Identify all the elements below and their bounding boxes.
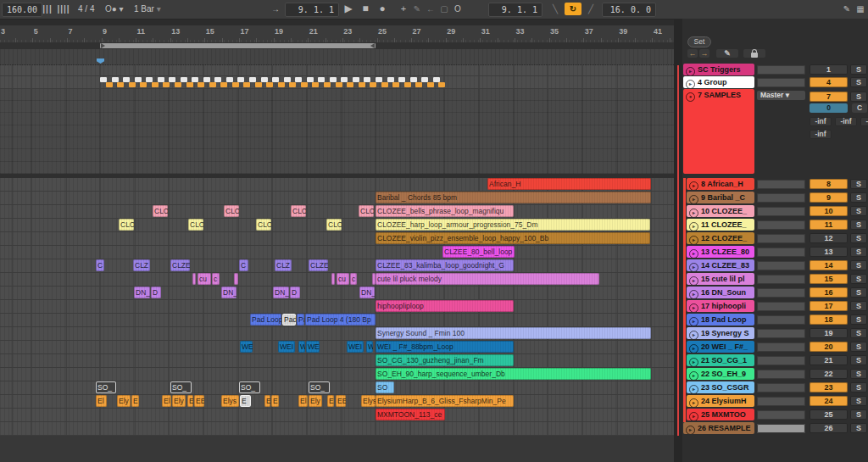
track-name-cell[interactable]: ▸10 CLOZEE_	[687, 205, 754, 217]
audio-clip[interactable]: Pad Loop	[250, 314, 281, 326]
solo-button[interactable]: S	[850, 206, 867, 216]
track-name-cell[interactable]: ▸25 MXMTOO	[687, 409, 754, 420]
audio-clip[interactable]: Pad Loop 4 (180 Bp	[305, 314, 376, 326]
track-number-button[interactable]: 12	[810, 233, 848, 243]
trigger-block-orange[interactable]	[255, 82, 262, 87]
audio-clip[interactable]: W	[298, 341, 305, 353]
track-number-button[interactable]: 22	[810, 369, 848, 379]
audio-clip[interactable]: E	[271, 395, 279, 407]
track-number-button[interactable]: 13	[810, 247, 848, 257]
track-number-button[interactable]: 1	[810, 64, 848, 75]
track-number-button[interactable]: 7	[810, 92, 848, 102]
solo-button[interactable]: S	[850, 342, 867, 352]
trigger-block-orange[interactable]	[336, 82, 342, 87]
overdub-plus-icon[interactable]: +	[398, 3, 409, 15]
audio-clip[interactable]: CLOZ	[359, 205, 374, 217]
track-number-button[interactable]: 26	[810, 423, 848, 433]
audio-clip[interactable]: WE	[240, 341, 253, 353]
track-number-button[interactable]: 21	[810, 355, 848, 365]
volume-value[interactable]: -inf	[810, 130, 832, 139]
trigger-block-orange[interactable]	[266, 82, 273, 87]
trigger-block-orange[interactable]	[381, 82, 388, 87]
play-button[interactable]: ▶	[342, 3, 354, 15]
audio-clip[interactable]: DN_	[273, 287, 289, 298]
solo-button[interactable]: S	[850, 92, 867, 102]
trigger-block-orange[interactable]	[415, 82, 422, 87]
volume-value[interactable]: -inf	[810, 117, 832, 126]
audio-clip[interactable]: WE	[306, 341, 320, 353]
audio-clip[interactable]: SO_	[239, 381, 260, 393]
audio-clip[interactable]: WEI _ F#_88bpm_Loop	[376, 341, 514, 353]
audio-clip[interactable]: c	[350, 273, 357, 285]
trigger-block-white[interactable]	[181, 77, 187, 82]
tap-tempo-button[interactable]: |||	[41, 3, 54, 15]
solo-button[interactable]: S	[850, 382, 867, 392]
audio-clip[interactable]: Elys	[361, 395, 376, 407]
trigger-block-orange[interactable]	[404, 82, 411, 87]
audio-clip[interactable]: E	[131, 395, 139, 407]
track-number-button[interactable]: 15	[810, 274, 848, 284]
track-name-cell[interactable]: ▸20 WEI _ F#_	[687, 341, 754, 353]
track-name-cell[interactable]: ▸17 hiphoopli	[687, 300, 754, 312]
trigger-block-orange[interactable]	[347, 82, 353, 87]
output-routing-dropdown[interactable]: Master ▾	[757, 91, 805, 100]
track-name-cell[interactable]: ▸19 Synergy S	[687, 327, 754, 339]
locator-marker[interactable]	[97, 58, 104, 64]
time-signature[interactable]: 4 / 4	[78, 3, 94, 15]
solo-button[interactable]: S	[850, 260, 867, 270]
audio-clip[interactable]: E	[240, 395, 251, 407]
trigger-block-orange[interactable]	[220, 82, 227, 87]
trigger-block-orange[interactable]	[209, 82, 216, 87]
solo-button[interactable]: S	[850, 64, 867, 75]
audio-clip[interactable]: CLOZEE_bells_phrase_loop_magnifiqu	[376, 205, 514, 217]
solo-button[interactable]: S	[850, 233, 867, 243]
audio-clip[interactable]: CLOZ	[291, 205, 306, 217]
audio-clip[interactable]: CLOZ	[256, 219, 271, 231]
audio-clip[interactable]	[234, 273, 238, 285]
track-name-cell[interactable]: ▸11 CLOZEE_	[687, 219, 754, 231]
solo-button[interactable]: S	[850, 301, 867, 311]
pencil-button[interactable]: ✎	[716, 49, 738, 58]
audio-clip[interactable]: D	[151, 287, 161, 298]
trigger-block-orange[interactable]	[289, 82, 296, 87]
prev-arrow-button[interactable]: ←	[687, 49, 698, 58]
track-name-cell[interactable]: ▸8 African_H	[687, 178, 754, 190]
audio-clip[interactable]: Synergy Sound _ Fmin 100	[376, 327, 651, 339]
track-number-button[interactable]: 11	[810, 220, 848, 230]
trigger-block-orange[interactable]	[152, 82, 159, 87]
re-enable-automation-icon[interactable]: ←	[426, 3, 436, 15]
loop-end-handle[interactable]	[370, 43, 375, 48]
track-number-button[interactable]: 8	[810, 179, 848, 189]
audio-clip[interactable]: C	[96, 259, 104, 271]
track-number-button[interactable]: 10	[810, 206, 848, 216]
audio-clip[interactable]: CLZE	[170, 259, 190, 271]
volume-value[interactable]: -inf	[860, 117, 868, 126]
audio-clip[interactable]: Ely	[309, 395, 322, 407]
trigger-block-orange[interactable]	[140, 82, 147, 87]
pan-knob-value[interactable]: 0	[810, 103, 848, 113]
track-number-button[interactable]: 23	[810, 382, 848, 392]
audio-clip[interactable]: cute lil pluck melody	[376, 273, 599, 285]
record-button[interactable]: ●	[376, 3, 388, 15]
audio-clip[interactable]: E	[264, 395, 270, 407]
audio-clip[interactable]: African_H	[487, 178, 651, 190]
tempo-field[interactable]: 160.00	[2, 3, 42, 17]
audio-clip[interactable]: SO_	[96, 381, 116, 393]
scrub-area[interactable]	[0, 49, 674, 65]
track-number-button[interactable]: 9	[810, 192, 848, 203]
automation-arm-icon[interactable]: ✎	[412, 3, 422, 15]
trigger-block-orange[interactable]	[198, 82, 204, 87]
audio-clip[interactable]: SO	[376, 381, 394, 393]
beat-time-ruler[interactable]: 357911131517192123252729313335373941	[0, 25, 674, 43]
next-arrow-button[interactable]: →	[699, 49, 709, 58]
solo-button[interactable]: S	[850, 77, 867, 87]
audio-clip[interactable]: CLOZEE_violin_pizz_ensemble_loop_happy_1…	[376, 232, 650, 244]
audio-clip[interactable]: Pad	[282, 314, 296, 326]
capture-midi-icon[interactable]: ▢	[439, 3, 449, 15]
audio-clip[interactable]: DN_	[221, 287, 236, 298]
loop-length-field[interactable]: 16. 0. 0	[602, 3, 656, 17]
track-name-cell[interactable]: ▸22 SO_EH_9	[687, 368, 754, 380]
track-name-cell[interactable]: ▸26 RESAMPLE	[683, 422, 754, 434]
track-name-cell[interactable]: ▸4 Group	[683, 76, 754, 88]
track-number-button[interactable]: 4	[810, 77, 848, 87]
